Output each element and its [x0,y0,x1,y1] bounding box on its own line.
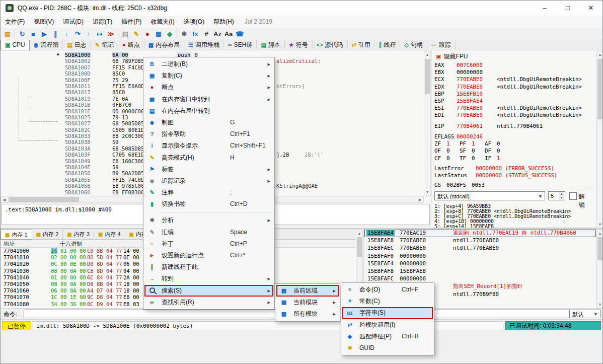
menu-item-set-new-origin[interactable]: ►设置新的运行点Ctrl+* [144,250,273,261]
scroll-down-icon[interactable]: ▼ [597,301,603,308]
command-type-select[interactable]: 默认▼ [569,310,600,318]
call-stack-arg[interactable]: 4: [esp+10] 00000000 [434,219,571,224]
tab-threads[interactable]: ∥线程 [375,40,401,50]
tab-notes[interactable]: ✎笔记 [91,40,118,50]
register-ecx[interactable]: ECX770EABE0<ntdll.DbgUiRemoteBreakin> [434,76,582,83]
memory-map-icon[interactable]: ▦ [153,28,164,39]
register-eip[interactable]: EIP770B4061ntdll.770B4061 [434,123,543,130]
menubar-item-6[interactable]: 收藏夹(I) [146,16,179,28]
scroll-thumb[interactable] [597,237,602,260]
notes-icon[interactable]: ✎ [131,28,142,39]
menu-item-command[interactable]: ≡命令(O)Ctrl+F [342,284,433,296]
scroll-left-icon[interactable]: ◀ [1,196,8,202]
pause-icon[interactable]: ∥ [50,28,61,39]
scroll-thumb[interactable] [9,197,79,202]
stack-row[interactable]: 15E8FAF000000000 [364,253,596,260]
tab-seh[interactable]: ∞SEH链 [224,40,257,50]
dump-tab-memory1[interactable]: ▦内存 1 [1,230,32,240]
dump-tab-memory3[interactable]: ▦内存 3 [63,230,94,239]
registers-vertical-scrollbar[interactable]: ▲ ▼ [596,51,603,228]
tab-symbols[interactable]: ★符号 [285,40,313,50]
stack-row[interactable]: 15E8FAE4770EAC19返回到 ntdll.770EAC19 自 ntd… [364,230,596,237]
register-eflags[interactable]: EFLAGS00000246 [434,133,510,140]
hide-fpu-button[interactable]: ▣隐藏FPU [436,52,468,61]
scroll-thumb[interactable] [597,59,602,119]
tab-trace[interactable]: ⋯跟踪 [427,40,456,50]
menu-item-graph[interactable]: ◈制图G [144,117,273,128]
scroll-down-icon[interactable]: ▼ [597,221,603,228]
menu-item-pattern[interactable]: ◆匹配特征(P)Ctrl+B [342,331,433,342]
shield-icon[interactable]: ◆ [164,28,175,39]
disasm-vertical-scrollbar[interactable]: ▲ ▼ [424,51,431,196]
menubar-item-8[interactable]: 帮助(H) [209,16,239,28]
menu-item-guid[interactable]: ✱GUID [342,342,433,354]
az-icon[interactable]: Az [212,28,223,39]
stack-vertical-scrollbar[interactable]: ▲ ▼ [596,230,603,308]
registers-panel[interactable]: ▣隐藏FPU EAX007C6000EBX00000000ECX770EABE0… [432,51,603,228]
call-stack-arg[interactable]: 5: [esp+14] 15E8FAE8 [434,224,571,228]
tab-references[interactable]: ⇄引用 [348,40,375,50]
font-case-icon[interactable]: Aa [223,28,234,39]
tab-source[interactable]: <>源代码 [313,40,348,50]
stop-icon[interactable]: ■ [28,28,39,39]
animate-icon[interactable]: ≫ [105,28,116,39]
stack-row[interactable]: 15E8FAF815E8FAE8 [364,268,596,275]
menu-item-patch[interactable]: +补丁Ctrl+P [144,238,273,250]
log-icon[interactable]: ▤ [120,28,131,39]
register-esp[interactable]: ESP15E8FAE4 [434,98,582,105]
phone-icon[interactable]: ☎ [234,28,245,39]
restart-icon[interactable]: ↻ [17,28,28,39]
menu-item-new-thread-here[interactable]: ∥新建线程于此 [144,261,273,273]
tab-log[interactable]: ▤日志 [63,40,91,50]
menu-item-goto[interactable]: →转到▸ [144,273,273,284]
menu-item-string-references[interactable]: az字符串(S) [342,307,433,319]
call-stack-arg[interactable]: 2: [esp+8] 770EABE0 <ntdll.DbgUiRemoteBr… [434,208,571,213]
tab-cpu[interactable]: ▣CPU [1,40,30,50]
menubar-item-5[interactable]: 插件(P) [117,16,146,28]
tab-memory-map[interactable]: ▦内存布局 [144,40,184,50]
register-ebp[interactable]: EBP15E8FB10 [434,91,582,98]
register-edx[interactable]: EDX770EABE0<ntdll.DbgUiRemoteBreakin> [434,84,582,91]
menu-item-analysis[interactable]: ✱分析▸ [144,214,273,226]
menu-item-goto-memory-map[interactable]: ▤在内存布局中转到 [144,105,273,117]
menubar-item-4[interactable]: 追踪(T) [88,16,117,28]
flags-row[interactable]: ZF1PF1AF0 [434,140,510,148]
maximize-button[interactable]: □ [556,1,579,16]
menubar-item-1[interactable]: 文件(F) [1,16,29,28]
breakpoints-icon[interactable]: ● [142,28,153,39]
scroll-up-icon[interactable]: ▲ [356,230,362,237]
register-edi[interactable]: EDI770EABE0<ntdll.DbgUiRemoteBreakin> [434,112,582,119]
scroll-right-icon[interactable]: ▶ [417,196,423,202]
segment-row[interactable]: GS002BFS0053 [434,182,485,189]
dump-tab-memory2[interactable]: ▦内存 2 [32,230,63,239]
menu-item-intermodular-calls[interactable]: ⇄跨模块调用(I) [342,319,433,331]
tab-graph[interactable]: ◉流程图 [30,40,63,50]
arg-count-spinner[interactable]: 5▲▼ [548,191,565,200]
menu-item-constant[interactable]: #常数(C) [342,296,433,307]
scroll-up-icon[interactable]: ▲ [597,230,603,237]
menu-item-highlight-mode[interactable]: ✎高亮模式(H)H [144,152,273,164]
menu-item-assemble[interactable]: ✎汇编Space [144,227,273,238]
stack-row[interactable]: 15E8FAEC770EABE0ntdll.770EABE0 [364,245,596,252]
menu-item-mnemonic-brief[interactable]: i显示指令提示Ctrl+Shift+F1 [144,140,273,152]
minimize-button[interactable]: – [533,1,556,16]
stack-row[interactable]: 15E8FAF400000000 [364,260,596,268]
menu-item-label[interactable]: ⚑标签▸ [144,164,273,175]
flags-row[interactable]: OF0SF0DF0 [434,148,510,155]
menu-item-instruction-help[interactable]: ?指令帮助Ctrl+F1 [144,128,273,140]
menu-item-find-references[interactable]: ∞查找引用(R)▸ [144,297,273,308]
register-eax[interactable]: EAX007C6000 [434,62,582,69]
scroll-thumb[interactable] [357,237,362,257]
tab-breakpoints[interactable]: ●断点 [118,40,144,50]
call-stack-arg[interactable]: 1: [esp+4] 96A59BB3 [434,203,571,208]
menu-item-goto-dump[interactable]: ▦在内存窗口中转到▸ [144,94,273,105]
run-to-return-icon[interactable]: ↦ [94,28,105,39]
unlock-checkbox[interactable] [569,192,577,200]
menu-item-trace-record[interactable]: ◆追踪记录▸ [144,175,273,187]
stack-row[interactable]: 15E8FAE8770EABE0ntdll.770EABE0 [364,237,596,245]
menubar-item-2[interactable]: 视图(V) [29,16,58,28]
hash-icon[interactable]: # [201,28,212,39]
menu-item-current-module[interactable]: ▦当前模块▸ [276,297,339,308]
step-into-icon[interactable]: ↓ [61,28,72,39]
last-error-row[interactable]: LastError00000000 (ERROR_SUCCESS) [434,165,558,172]
